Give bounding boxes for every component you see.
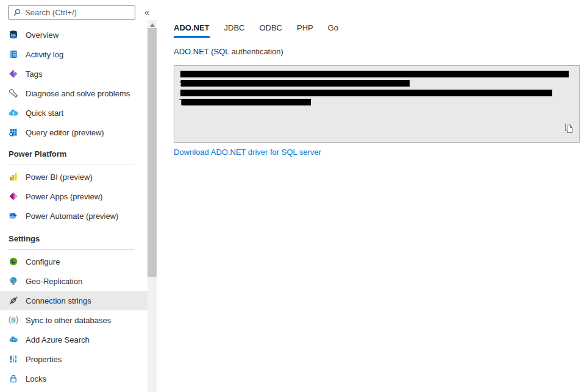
sidebar-group-header-settings: Settings <box>9 234 148 244</box>
activity-log-icon <box>9 49 18 59</box>
scrollbar-thumb[interactable] <box>148 28 157 277</box>
redaction-bar <box>181 80 410 87</box>
tab-go[interactable]: Go <box>328 23 338 38</box>
sidebar-item-label: Overview <box>26 30 59 40</box>
quick-start-cloud-icon <box>9 108 18 118</box>
copy-icon[interactable] <box>563 123 574 135</box>
sidebar-item-power-apps[interactable]: Power Apps (preview) <box>0 187 148 206</box>
divider <box>9 249 134 250</box>
sync-databases-icon <box>9 315 18 325</box>
collapse-sidebar-icon[interactable]: « <box>141 6 153 18</box>
sidebar-item-label: Power BI (preview) <box>26 173 93 182</box>
sidebar-item-query-editor[interactable]: Query editor (preview) <box>0 123 148 142</box>
sidebar-item-add-azure-search[interactable]: Add Azure Search <box>0 330 148 349</box>
sidebar-item-label: Geo-Replication <box>26 277 82 286</box>
sidebar-item-tags[interactable]: Tags <box>0 64 148 84</box>
connection-string-tabs: ADO.NET JDBC ODBC PHP Go <box>174 23 338 38</box>
tag-icon <box>9 69 18 79</box>
wrench-icon <box>9 88 18 98</box>
sidebar-item-geo-replication[interactable]: Geo-Replication <box>0 271 148 291</box>
redaction-bar <box>180 71 569 77</box>
power-apps-icon <box>9 191 18 201</box>
sidebar-item-activity-log[interactable]: Activity log <box>0 45 148 64</box>
properties-icon <box>9 354 18 364</box>
sidebar-item-label: Properties <box>26 355 62 364</box>
query-editor-icon <box>9 127 18 137</box>
sidebar-item-diagnose[interactable]: Diagnose and solve problems <box>0 84 148 103</box>
azure-connection-strings-page: « SQL Overview <box>0 0 587 392</box>
sidebar-item-configure[interactable]: Configure <box>0 252 148 271</box>
sidebar-item-label: Power Automate (preview) <box>26 212 118 221</box>
download-driver-link[interactable]: Download ADO.NET driver for SQL server <box>174 148 321 157</box>
tab-jdbc[interactable]: JDBC <box>224 23 245 38</box>
sidebar-search[interactable] <box>8 5 135 20</box>
sidebar-menu: SQL Overview Activity log <box>0 25 148 388</box>
search-input[interactable] <box>25 8 129 17</box>
lock-icon <box>9 374 18 383</box>
tab-adonet[interactable]: ADO.NET <box>174 23 210 38</box>
sidebar-item-label: Power Apps (preview) <box>26 192 102 201</box>
sidebar-item-label: Quick start <box>26 109 63 118</box>
sidebar-item-overview[interactable]: SQL Overview <box>0 25 148 45</box>
scrollbar-up-arrow-icon[interactable] <box>150 23 155 27</box>
sql-database-icon: SQL <box>9 30 18 40</box>
azure-search-icon <box>9 335 18 344</box>
section-label: ADO.NET (SQL authentication) <box>174 47 283 56</box>
sidebar-scrollbar[interactable] <box>148 20 157 392</box>
connection-strings-icon <box>9 296 18 305</box>
sidebar-item-quick-start[interactable]: Quick start <box>0 103 148 123</box>
configure-icon <box>9 257 18 266</box>
divider <box>9 165 134 165</box>
sidebar-item-power-automate[interactable]: Power Automate (preview) <box>0 206 148 226</box>
tab-php[interactable]: PHP <box>297 23 313 38</box>
sidebar-item-label: Connection strings <box>26 296 91 305</box>
sidebar-item-power-bi[interactable]: Power BI (preview) <box>0 167 148 187</box>
sidebar-item-label: Diagnose and solve problems <box>26 89 130 98</box>
sidebar-item-label: Sync to other databases <box>26 316 111 325</box>
svg-text:SQL: SQL <box>11 34 16 37</box>
sidebar-item-label: Tags <box>26 69 42 79</box>
sidebar-item-label: Locks <box>26 374 46 383</box>
sidebar-item-sync-databases[interactable]: Sync to other databases <box>0 310 148 330</box>
sidebar-item-label: Configure <box>26 257 60 266</box>
sidebar-item-label: Activity log <box>26 50 63 59</box>
search-icon <box>13 9 21 17</box>
sidebar-item-properties[interactable]: Properties <box>0 349 148 369</box>
sidebar-item-locks[interactable]: Locks <box>0 369 148 388</box>
sidebar-item-connection-strings[interactable]: Connection strings <box>0 291 148 310</box>
geo-replication-icon <box>9 276 18 286</box>
redaction-bar <box>182 99 311 105</box>
connection-strings-content: ADO.NET JDBC ODBC PHP Go ADO.NET (SQL au… <box>157 0 587 392</box>
resource-menu-sidebar: « SQL Overview <box>0 0 148 392</box>
tab-odbc[interactable]: ODBC <box>259 23 282 38</box>
sidebar-group-header-power-platform: Power Platform <box>9 149 148 160</box>
power-bi-icon <box>9 172 18 182</box>
sidebar-item-label: Query editor (preview) <box>26 128 104 137</box>
connection-string-box[interactable]: S T <box>174 65 580 143</box>
redaction-bar <box>180 90 552 96</box>
power-automate-icon <box>9 211 18 221</box>
sidebar-item-label: Add Azure Search <box>26 335 90 344</box>
